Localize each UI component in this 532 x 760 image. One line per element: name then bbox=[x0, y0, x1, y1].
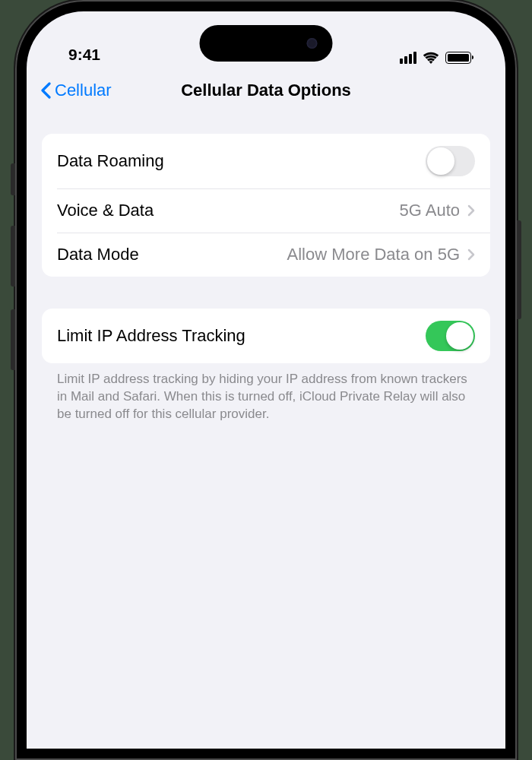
data-mode-value: Allow More Data on 5G bbox=[287, 245, 460, 264]
volume-down-button bbox=[11, 309, 15, 370]
data-roaming-toggle[interactable] bbox=[426, 146, 475, 176]
voice-data-row[interactable]: Voice & Data 5G Auto bbox=[42, 188, 490, 233]
wifi-icon bbox=[423, 51, 439, 64]
limit-ip-toggle[interactable] bbox=[426, 321, 475, 351]
phone-frame: 9:41 bbox=[15, 0, 517, 760]
limit-ip-row[interactable]: Limit IP Address Tracking bbox=[42, 309, 490, 363]
limit-ip-label: Limit IP Address Tracking bbox=[57, 326, 245, 346]
settings-group-2: Limit IP Address Tracking bbox=[42, 309, 490, 363]
data-roaming-label: Data Roaming bbox=[57, 151, 164, 171]
voice-data-label: Voice & Data bbox=[57, 201, 154, 220]
chevron-right-icon bbox=[467, 204, 475, 217]
voice-data-value: 5G Auto bbox=[399, 201, 460, 220]
phone-screen: 9:41 bbox=[27, 11, 505, 749]
volume-up-button bbox=[11, 226, 15, 287]
power-button bbox=[517, 220, 521, 319]
data-mode-row[interactable]: Data Mode Allow More Data on 5G bbox=[42, 233, 490, 277]
navigation-bar: Cellular Cellular Data Options bbox=[27, 68, 505, 112]
battery-icon bbox=[445, 52, 471, 64]
back-button[interactable]: Cellular bbox=[40, 81, 112, 100]
back-label: Cellular bbox=[55, 81, 112, 100]
settings-group-1: Data Roaming Voice & Data 5G Auto bbox=[42, 134, 490, 277]
cellular-signal-icon bbox=[400, 52, 416, 64]
status-time: 9:41 bbox=[68, 46, 100, 64]
data-mode-label: Data Mode bbox=[57, 245, 139, 264]
silence-switch bbox=[11, 163, 15, 195]
data-roaming-row[interactable]: Data Roaming bbox=[42, 134, 490, 188]
chevron-right-icon bbox=[467, 249, 475, 261]
front-camera bbox=[307, 38, 318, 49]
page-title: Cellular Data Options bbox=[181, 81, 351, 100]
chevron-left-icon bbox=[40, 82, 52, 99]
limit-ip-footer: Limit IP address tracking by hiding your… bbox=[42, 363, 490, 423]
dynamic-island bbox=[200, 25, 333, 62]
